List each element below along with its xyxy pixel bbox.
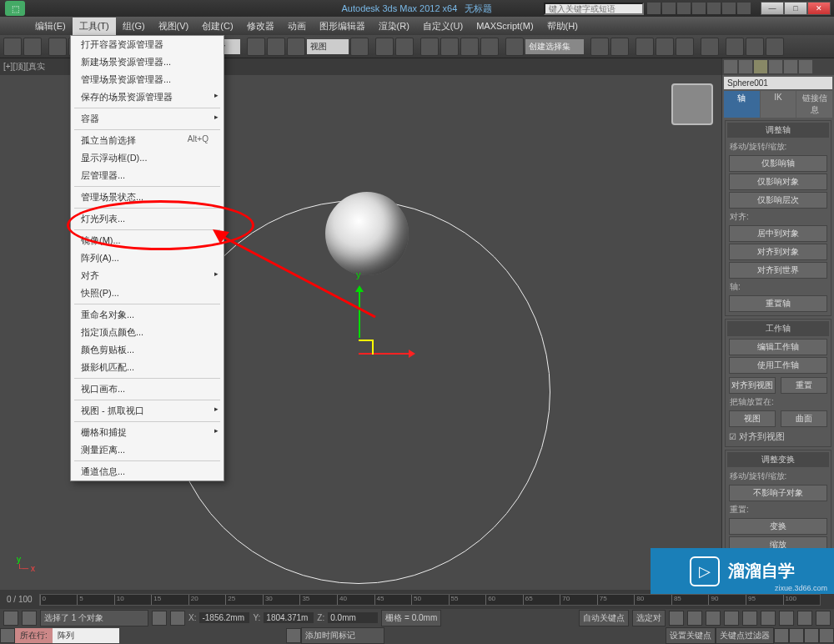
menu-graph-editors[interactable]: 图形编辑器 <box>313 18 372 35</box>
panel-tab-hierarchy[interactable] <box>754 60 767 73</box>
menu-item[interactable]: 容器 <box>71 110 224 128</box>
tb-scale[interactable] <box>287 38 305 56</box>
time-tag-field[interactable]: 添加时间标记 <box>301 627 384 644</box>
play-fwd[interactable] <box>724 611 739 626</box>
maximize-button[interactable]: □ <box>784 2 807 15</box>
btn-reset[interactable]: 重置 <box>781 377 827 394</box>
menu-item[interactable]: 灯光列表... <box>71 210 224 228</box>
btn-reset-transform[interactable]: 变换 <box>729 518 827 535</box>
btn-align-to-view[interactable]: 对齐到视图 <box>729 377 776 394</box>
menu-render[interactable]: 渲染(R) <box>372 18 416 35</box>
menu-item[interactable]: 快照(P)... <box>71 284 224 302</box>
nav-4[interactable] <box>816 611 831 626</box>
menu-item[interactable]: 保存的场景资源管理器 <box>71 88 224 106</box>
menu-customize[interactable]: 自定义(U) <box>416 18 470 35</box>
menu-item[interactable]: 管理场景状态... <box>71 189 224 206</box>
title-icon-7[interactable] <box>737 3 751 14</box>
menu-item[interactable]: 视口画布... <box>71 380 224 398</box>
tb-pivot[interactable] <box>350 38 369 56</box>
title-icon-1[interactable] <box>647 3 661 14</box>
maxscript-icon[interactable] <box>0 628 15 643</box>
menu-item[interactable]: 对齐 <box>71 267 224 284</box>
tb-render-setup[interactable] <box>726 38 744 56</box>
menu-item[interactable]: 颜色剪贴板... <box>71 341 224 359</box>
tb-render-frame[interactable] <box>746 38 764 56</box>
panel-tab-display[interactable] <box>784 60 797 73</box>
menu-item[interactable]: 孤立当前选择Alt+Q <box>71 132 224 149</box>
play-prev[interactable] <box>669 611 684 626</box>
gizmo-xy-plane[interactable] <box>359 340 374 355</box>
menu-item[interactable]: 指定顶点颜色... <box>71 324 224 341</box>
setkey-button[interactable]: 设置关键点 <box>666 627 716 644</box>
tb-percent-snap[interactable] <box>460 38 479 56</box>
btn-affect-pivot-only[interactable]: 仅影响轴 <box>729 155 827 172</box>
tb-mirror[interactable] <box>590 38 609 56</box>
nav-7[interactable] <box>804 628 819 643</box>
tb-selection-set-dropdown[interactable]: 创建选择集 <box>525 39 584 54</box>
btn-place-surface[interactable]: 曲面 <box>781 410 827 427</box>
panel-tab-utilities[interactable] <box>799 60 812 73</box>
keyfilter-button[interactable]: 关键点过滤器 <box>716 627 774 644</box>
tb-angle-snap[interactable] <box>440 38 459 56</box>
panel-tab-modify[interactable] <box>739 60 752 73</box>
nav-5[interactable] <box>774 628 789 643</box>
status-btn-2[interactable] <box>22 611 37 626</box>
coord-y[interactable]: 1804.371m <box>264 612 314 623</box>
tb-render[interactable] <box>766 38 784 56</box>
btn-center-to-object[interactable]: 居中到对象 <box>729 225 827 242</box>
minimize-button[interactable]: — <box>761 2 784 15</box>
tb-redo[interactable] <box>23 38 42 56</box>
tb-schematic[interactable] <box>676 38 694 56</box>
help-search-input[interactable] <box>544 3 644 15</box>
menu-item[interactable]: 显示浮动框(D)... <box>71 149 224 167</box>
tb-align[interactable] <box>610 38 629 56</box>
title-icon-3[interactable] <box>677 3 691 14</box>
menu-item[interactable]: 测量距离... <box>71 441 224 459</box>
timeline-track[interactable]: 0510152025303540455055606570758085909510… <box>39 594 821 606</box>
title-icon-6[interactable] <box>722 3 736 14</box>
menu-item[interactable]: 新建场景资源管理器... <box>71 53 224 71</box>
subpanel-tab-pivot[interactable]: 轴 <box>724 91 760 118</box>
title-icon-2[interactable] <box>662 3 676 14</box>
tb-named-sel[interactable] <box>505 38 524 56</box>
close-button[interactable]: ✕ <box>807 2 831 15</box>
coord-icon[interactable] <box>170 611 185 626</box>
coord-z[interactable]: 0.0mm <box>328 612 378 623</box>
menu-item[interactable]: 层管理器... <box>71 167 224 184</box>
nav-8[interactable] <box>819 628 834 643</box>
nav-1[interactable] <box>761 611 776 626</box>
nav-6[interactable] <box>789 628 804 643</box>
coord-x[interactable]: -1856.2mm <box>199 612 249 623</box>
menu-edit[interactable]: 编辑(E) <box>28 18 73 35</box>
menu-item[interactable]: 栅格和捕捉 <box>71 424 224 441</box>
menu-view[interactable]: 视图(V) <box>152 18 196 35</box>
menu-create[interactable]: 创建(C) <box>195 18 239 35</box>
btn-use-working-pivot[interactable]: 使用工作轴 <box>729 357 827 374</box>
tb-spinner-snap[interactable] <box>480 38 499 56</box>
tb-rotate[interactable] <box>267 38 285 56</box>
nav-3[interactable] <box>797 611 812 626</box>
tb-material[interactable] <box>701 38 719 56</box>
tb-undo[interactable] <box>3 38 22 56</box>
title-icon-5[interactable] <box>707 3 721 14</box>
btn-dont-affect-children[interactable]: 不影响子对象 <box>729 485 827 501</box>
menu-group[interactable]: 组(G) <box>116 18 152 35</box>
menu-modifiers[interactable]: 修改器 <box>240 18 281 35</box>
panel-tab-motion[interactable] <box>769 60 782 73</box>
menu-item[interactable]: 打开容器资源管理器 <box>71 36 224 53</box>
autokey-button[interactable]: 自动关键点 <box>579 610 629 626</box>
menu-help[interactable]: 帮助(H) <box>540 18 585 35</box>
btn-align-to-object[interactable]: 对齐到对象 <box>729 244 827 260</box>
section-header[interactable]: 工作轴 <box>727 321 829 336</box>
app-logo-icon[interactable]: ⬚ <box>5 1 25 16</box>
time-tag-icon[interactable] <box>286 628 301 643</box>
lock-icon[interactable] <box>152 611 167 626</box>
subpanel-tab-ik[interactable]: IK <box>761 91 796 118</box>
tb-snap[interactable] <box>420 38 439 56</box>
sphere-object[interactable] <box>325 192 409 275</box>
menu-tools[interactable]: 工具(T) <box>73 18 116 35</box>
btn-align-to-world[interactable]: 对齐到世界 <box>729 262 827 279</box>
menu-item[interactable]: 镜像(M)... <box>71 232 224 249</box>
nav-2[interactable] <box>779 611 794 626</box>
prompt-field[interactable]: 阵列 <box>53 628 119 643</box>
